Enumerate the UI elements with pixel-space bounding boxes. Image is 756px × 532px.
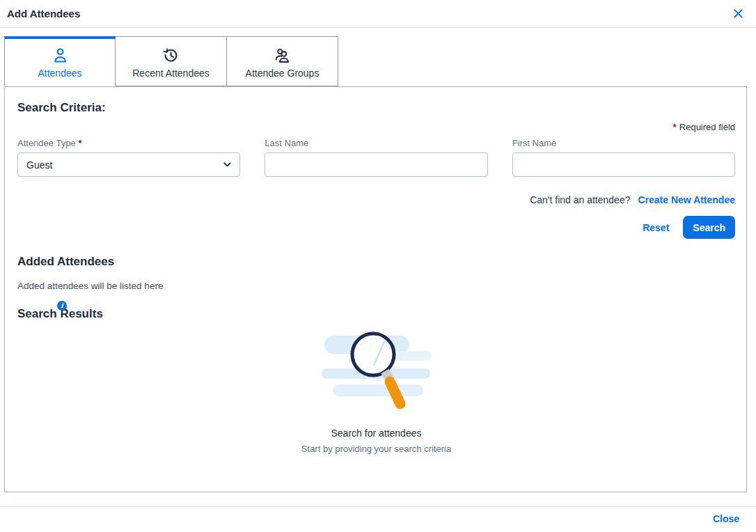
- last-name-field: Last Name: [265, 138, 487, 177]
- history-icon: [162, 46, 180, 64]
- search-results-empty-state: Search for attendees Start by providing …: [17, 330, 735, 454]
- first-name-label: First Name: [512, 138, 735, 148]
- chevron-down-icon: [222, 159, 233, 170]
- first-name-field: First Name: [512, 138, 735, 177]
- cant-find-text: Can't find an attendee?: [530, 194, 630, 205]
- reset-button[interactable]: Reset: [643, 222, 669, 233]
- tab-recent-attendees[interactable]: Recent Attendees: [116, 36, 227, 86]
- attendee-type-select[interactable]: Guest: [17, 152, 240, 177]
- close-icon[interactable]: [730, 6, 746, 22]
- search-actions-row: Reset Search: [17, 216, 735, 239]
- search-button[interactable]: Search: [683, 216, 735, 239]
- tab-attendee-groups[interactable]: Attendee Groups: [227, 36, 338, 86]
- tab-label: Attendee Groups: [246, 68, 320, 79]
- search-results-heading-wrap: i Search Results: [17, 307, 103, 321]
- required-asterisk: *: [673, 122, 677, 132]
- first-name-input[interactable]: [512, 152, 735, 177]
- last-name-input[interactable]: [265, 152, 487, 177]
- tab-attendees[interactable]: Attendees: [4, 36, 116, 86]
- search-criteria-heading: Search Criteria:: [17, 101, 735, 115]
- last-name-label: Last Name: [265, 138, 487, 148]
- search-form-row: Attendee Type* Guest Last Name First Nam…: [17, 138, 735, 177]
- attendee-type-field: Attendee Type* Guest: [17, 138, 240, 177]
- required-note-text: Required field: [679, 122, 735, 132]
- cant-find-row: Can't find an attendee? Create New Atten…: [17, 194, 735, 205]
- dialog-title: Add Attendees: [7, 8, 80, 19]
- empty-state-subtitle: Start by providing your search criteria: [301, 444, 451, 454]
- added-attendees-heading: Added Attendees: [17, 255, 735, 269]
- attendee-type-value: Guest: [26, 159, 52, 171]
- dialog-footer: Close: [0, 506, 756, 532]
- required-asterisk: *: [79, 138, 82, 148]
- tab-bar: Attendees Recent Attendees Attendee Grou…: [0, 36, 756, 86]
- info-icon[interactable]: i: [57, 301, 67, 311]
- added-attendees-empty-text: Added attendees will be listed here: [17, 281, 735, 291]
- empty-state-title: Search for attendees: [331, 428, 422, 439]
- dialog-header: Add Attendees: [0, 0, 756, 28]
- create-new-attendee-link[interactable]: Create New Attendee: [638, 194, 735, 205]
- x-icon: [732, 8, 744, 19]
- close-button[interactable]: Close: [713, 513, 739, 524]
- person-icon: [52, 46, 69, 64]
- required-field-note: *Required field: [17, 122, 735, 132]
- tab-label: Recent Attendees: [132, 68, 210, 79]
- tab-content-panel: Search Criteria: *Required field Attende…: [4, 86, 747, 492]
- search-illustration: [317, 330, 436, 415]
- attendee-type-label: Attendee Type*: [17, 138, 240, 148]
- people-group-icon: [274, 46, 291, 64]
- tab-label: Attendees: [38, 68, 81, 79]
